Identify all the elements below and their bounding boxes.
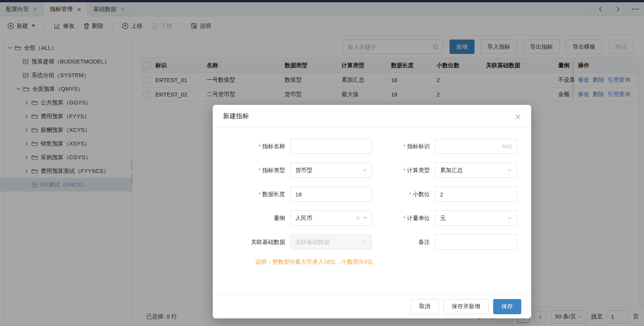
- triangle-down-icon: [363, 217, 367, 219]
- cancel-button[interactable]: 取消: [411, 299, 439, 314]
- select-value: 人民币: [295, 215, 312, 222]
- select-placeholder: 关联基础数据: [295, 239, 329, 246]
- dialog-body: 指标名称 指标标识 0/22 指标类型 货币型: [213, 128, 531, 266]
- field-label: 指标名称: [227, 143, 285, 150]
- field-label: 小数位: [372, 191, 430, 198]
- field-indicator-type: 指标类型 货币型: [227, 163, 372, 178]
- char-counter: 0/22: [502, 144, 512, 149]
- dimension-select[interactable]: 人民币: [290, 210, 372, 226]
- base-data-select[interactable]: 关联基础数据: [290, 234, 372, 250]
- indicator-name-input-box: [290, 139, 372, 154]
- indicator-id-input-box: 0/22: [435, 139, 517, 154]
- data-length-input[interactable]: [295, 191, 367, 198]
- indicator-name-input[interactable]: [295, 143, 367, 150]
- field-decimal-places: 小数位: [372, 187, 517, 202]
- measure-unit-select[interactable]: 元: [435, 210, 517, 226]
- dialog-note: 说明：整数部分最大可录入16位，小数部分2位: [255, 258, 517, 266]
- chevron-down-icon: [507, 217, 512, 220]
- remark-input-box: [435, 234, 517, 250]
- field-label: 指标类型: [227, 167, 285, 174]
- field-label: 量纲: [227, 215, 285, 222]
- decimal-places-input[interactable]: [440, 191, 512, 198]
- dialog-header: 新建指标: [213, 105, 531, 128]
- field-measure-unit: 计量单位 元: [372, 210, 517, 226]
- select-value: 累加汇总: [440, 167, 463, 174]
- field-base-data: 关联基础数据 关联基础数据: [227, 234, 372, 250]
- field-indicator-name: 指标名称: [227, 139, 372, 154]
- select-value: 元: [440, 215, 446, 222]
- field-remark: 备注: [372, 234, 517, 250]
- field-indicator-id: 指标标识 0/22: [372, 139, 517, 154]
- field-data-length: 数据长度: [227, 187, 372, 202]
- indicator-id-input[interactable]: [440, 143, 502, 150]
- field-label: 数据长度: [227, 191, 285, 198]
- close-icon[interactable]: [513, 112, 523, 122]
- field-label: 指标标识: [372, 143, 430, 150]
- save-button[interactable]: 保存: [493, 299, 521, 314]
- dialog-title: 新建指标: [223, 112, 249, 120]
- chevron-down-icon: [362, 169, 367, 172]
- save-and-new-button[interactable]: 保存并新增: [443, 299, 489, 314]
- data-length-input-box: [290, 187, 372, 202]
- dialog-footer: 取消 保存并新增 保存: [213, 294, 531, 318]
- clear-icon[interactable]: [356, 216, 360, 220]
- decimal-places-input-box: [435, 187, 517, 202]
- field-label: 关联基础数据: [227, 239, 285, 246]
- chevron-down-icon: [362, 241, 367, 244]
- calc-type-select[interactable]: 累加汇总: [435, 163, 517, 178]
- field-calc-type: 计算类型 累加汇总: [372, 163, 517, 178]
- field-label: 备注: [372, 239, 430, 246]
- new-indicator-dialog: 新建指标 指标名称 指标标识 0/22 指标类型 货币型: [213, 105, 531, 318]
- chevron-down-icon: [507, 169, 512, 172]
- field-dimension: 量纲 人民币: [227, 210, 372, 226]
- remark-input[interactable]: [440, 239, 512, 245]
- select-value: 货币型: [295, 167, 312, 174]
- field-label: 计量单位: [372, 215, 430, 222]
- field-label: 计算类型: [372, 167, 430, 174]
- indicator-type-select[interactable]: 货币型: [290, 163, 372, 178]
